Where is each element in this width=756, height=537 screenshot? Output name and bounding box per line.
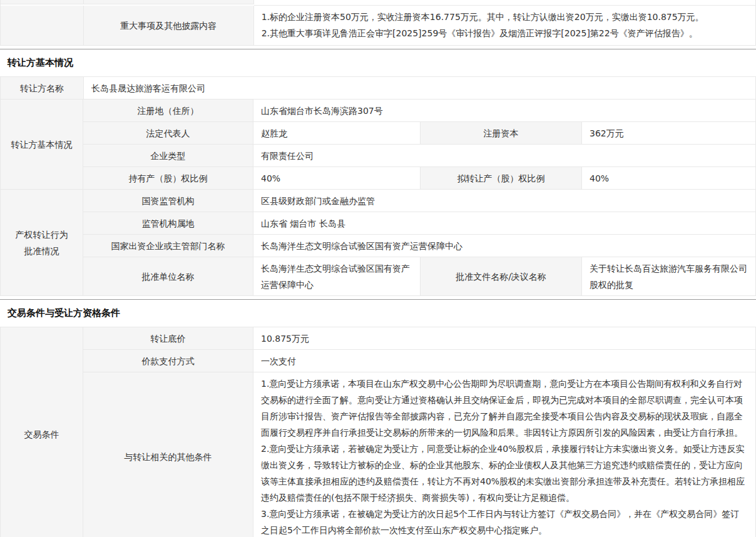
clipped-cell bbox=[1, 0, 84, 4]
group-label: 产权转让行为 批准情况 bbox=[1, 190, 83, 296]
field-label: 监管机构属地 bbox=[83, 212, 253, 235]
table-row-registered-address: 注册地（住所） 山东省烟台市长岛海滨路307号 bbox=[83, 100, 756, 122]
condition-clause: 2.意向受让方须承诺，若被确定为受让方，同意受让标的企业40%股权后，承接履行转… bbox=[261, 441, 748, 506]
field-label: 企业类型 bbox=[83, 145, 253, 167]
section-title: 交易条件与受让方资格条件 bbox=[0, 300, 756, 327]
field-value: 长岛县晟达旅游客运有限公司 bbox=[84, 77, 756, 100]
field-value: 40% bbox=[582, 167, 756, 190]
field-label: 转让方名称 bbox=[1, 77, 84, 100]
field-value: 10.875万元 bbox=[253, 327, 756, 350]
group-label: 交易条件 bbox=[1, 327, 83, 537]
group-transferor-basic: 转让方基本情况 注册地（住所） 山东省烟台市长岛海滨路307号 法定代表人 赵胜… bbox=[1, 100, 756, 190]
condition-clause: 3.意向受让方须承诺，在被确定为受让方的次日起5个工作日内与转让方签订《产权交易… bbox=[261, 506, 748, 537]
disclosure-page: 重大事项及其他披露内容 1.标的企业注册资本50万元，实收注册资本16.775万… bbox=[0, 0, 756, 537]
disclosure-line: 1.标的企业注册资本50万元，实收注册资本16.775万元。其中，转让方认缴出资… bbox=[262, 9, 748, 25]
field-label: 持有产（股）权比例 bbox=[83, 167, 253, 190]
table-row-major-disclosure: 重大事项及其他披露内容 1.标的企业注册资本50万元，实收注册资本16.775万… bbox=[1, 6, 756, 46]
disclosure-line: 2.其他重大事项详见鲁浩正会审字[2025]259号《审计报告》及烟浩正评报字[… bbox=[262, 25, 748, 41]
transferor-table: 转让方名称 长岛县晟达旅游客运有限公司 转让方基本情况 注册地（住所） 山东省烟… bbox=[0, 76, 756, 296]
table-row-payment-method: 价款支付方式 一次支付 bbox=[83, 350, 756, 372]
field-label: 批准单位名称 bbox=[83, 257, 253, 296]
field-value: 长岛海洋生态文明综合试验区国有资产运营保障中心 bbox=[253, 235, 756, 257]
group-approval-status: 产权转让行为 批准情况 国资监管机构 区县级财政部门或金融办监管 监管机构属地 … bbox=[1, 190, 756, 296]
conditions-table: 交易条件 转让底价 10.875万元 价款支付方式 一次支付 与转让相关的其他条… bbox=[0, 327, 756, 537]
field-value: 山东省烟台市长岛海滨路307号 bbox=[253, 100, 756, 122]
group-rows: 转让底价 10.875万元 价款支付方式 一次支付 与转让相关的其他条件 1.意… bbox=[83, 327, 756, 537]
field-label: 法定代表人 bbox=[83, 122, 253, 145]
table-row-floor-price: 转让底价 10.875万元 bbox=[83, 327, 756, 350]
table-row-transferor-name: 转让方名称 长岛县晟达旅游客运有限公司 bbox=[1, 77, 756, 100]
field-value: 赵胜龙 bbox=[253, 122, 421, 145]
field-label: 价款支付方式 bbox=[83, 350, 253, 372]
field-value: 1.意向受让方须承诺，本项目在山东产权交易中心公告期即为尽职调查期，意向受让方在… bbox=[253, 372, 756, 537]
field-label: 注册地（住所） bbox=[83, 100, 253, 122]
group-label: 转让方基本情况 bbox=[1, 100, 83, 190]
field-value: 有限责任公司 bbox=[253, 145, 756, 167]
field-label: 转让底价 bbox=[83, 327, 253, 350]
field-label: 拟转让产（股）权比例 bbox=[421, 167, 582, 190]
clipped-cell bbox=[84, 0, 254, 4]
field-value: 一次支付 bbox=[253, 350, 756, 372]
group-rows: 注册地（住所） 山东省烟台市长岛海滨路307号 法定代表人 赵胜龙 注册资本 3… bbox=[83, 100, 756, 190]
group-rows: 国资监管机构 区县级财政部门或金融办监管 监管机构属地 山东省 烟台市 长岛县 … bbox=[83, 190, 756, 296]
group-trade-conditions: 交易条件 转让底价 10.875万元 价款支付方式 一次支付 与转让相关的其他条… bbox=[1, 327, 756, 537]
table-row-legal-rep: 法定代表人 赵胜龙 注册资本 362万元 bbox=[83, 122, 756, 145]
table-row-holding-ratio: 持有产（股）权比例 40% 拟转让产（股）权比例 40% bbox=[83, 167, 756, 190]
table-row-regulator: 国资监管机构 区县级财政部门或金融办监管 bbox=[83, 190, 756, 212]
field-label: 注册资本 bbox=[421, 122, 582, 145]
table-row-other-conditions: 与转让相关的其他条件 1.意向受让方须承诺，本项目在山东产权交易中心公告期即为尽… bbox=[83, 372, 756, 537]
field-value: 长岛海洋生态文明综合试验区国有资产运营保障中心 bbox=[253, 257, 421, 296]
clipped-cell bbox=[254, 0, 756, 6]
section-transferor: 转让方基本情况 转让方名称 长岛县晟达旅游客运有限公司 转让方基本情况 注册地（… bbox=[0, 49, 756, 296]
section-title: 转让方基本情况 bbox=[0, 49, 756, 76]
field-label: 国家出资企业或主管部门名称 bbox=[83, 235, 253, 257]
field-value: 关于转让长岛百达旅游汽车服务有限公司股权的批复 bbox=[582, 257, 756, 296]
field-label: 重大事项及其他披露内容 bbox=[84, 6, 254, 46]
field-value: 362万元 bbox=[582, 122, 756, 145]
field-value: 区县级财政部门或金融办监管 bbox=[253, 190, 756, 212]
field-value: 山东省 烟台市 长岛县 bbox=[253, 212, 756, 235]
table-row-approval-unit: 批准单位名称 长岛海洋生态文明综合试验区国有资产运营保障中心 批准文件名称/决议… bbox=[83, 257, 756, 296]
field-label: 国资监管机构 bbox=[83, 190, 253, 212]
clipped-row-top bbox=[1, 0, 756, 6]
field-label: 与转让相关的其他条件 bbox=[83, 372, 253, 537]
field-value: 40% bbox=[253, 167, 421, 190]
field-value: 1.标的企业注册资本50万元，实收注册资本16.775万元。其中，转让方认缴出资… bbox=[254, 6, 756, 46]
field-label: 批准文件名称/决议名称 bbox=[421, 257, 582, 296]
condition-clause: 1.意向受让方须承诺，本项目在山东产权交易中心公告期即为尽职调查期，意向受让方在… bbox=[261, 376, 748, 441]
table-row-company-type: 企业类型 有限责任公司 bbox=[83, 145, 756, 167]
table-row-regulator-region: 监管机构属地 山东省 烟台市 长岛县 bbox=[83, 212, 756, 235]
group-label-empty bbox=[1, 6, 84, 46]
section-conditions: 交易条件与受让方资格条件 交易条件 转让底价 10.875万元 价款支付方式 一… bbox=[0, 299, 756, 537]
major-matters-table: 重大事项及其他披露内容 1.标的企业注册资本50万元，实收注册资本16.775万… bbox=[0, 0, 756, 46]
table-row-state-enterprise: 国家出资企业或主管部门名称 长岛海洋生态文明综合试验区国有资产运营保障中心 bbox=[83, 235, 756, 257]
